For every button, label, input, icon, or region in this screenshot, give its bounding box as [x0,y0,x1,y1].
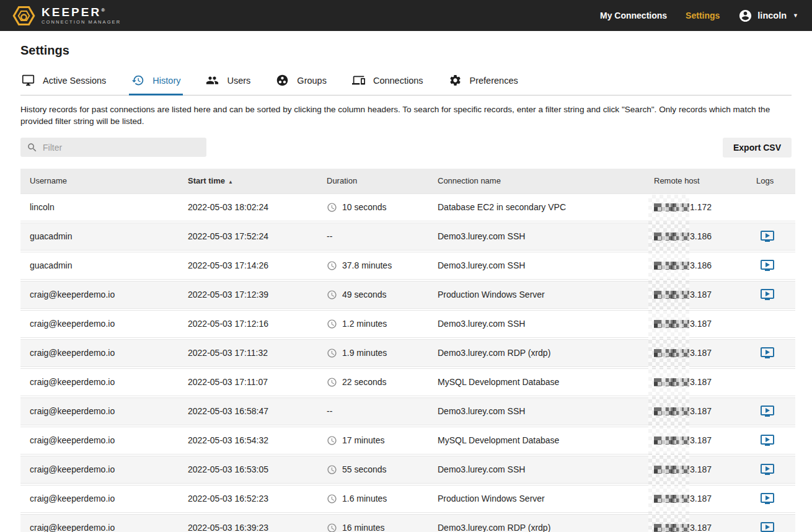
play-video-icon [760,404,775,419]
clock-icon [327,464,337,475]
play-video-icon [760,345,775,360]
cell-username: guacadmin [20,231,188,241]
nav-link-settings[interactable]: Settings [686,11,720,20]
cell-duration: 1.2 minutes [327,319,438,329]
clock-icon [327,260,337,271]
tab-connections[interactable]: Connections [351,70,425,95]
view-recording-button[interactable] [759,432,776,449]
cell-duration: -- [327,231,438,241]
clock-icon [327,348,337,358]
view-recording-button[interactable] [759,344,776,361]
cell-start-time: 2022-05-03 17:52:24 [188,231,327,241]
user-menu[interactable]: lincoln ▼ [738,9,798,23]
cell-logs [756,519,795,532]
view-recording-button[interactable] [759,286,776,303]
view-recording-button[interactable] [759,402,776,420]
table-body: lincoln 2022-05-03 18:02:24 10 seconds D… [20,193,795,532]
tab-label: Groups [297,76,327,86]
users-icon [206,74,219,87]
column-header-username[interactable]: Username [20,176,188,185]
view-recording-button[interactable] [759,228,776,245]
view-recording-button[interactable] [759,257,776,274]
cell-connection-name: Demo3.lurey.com SSH [438,260,654,270]
table-row: craig@keeperdemo.io 2022-05-03 17:12:16 … [20,310,795,338]
cell-connection-name: Demo3.lurey.com SSH [438,319,654,329]
cell-username: craig@keeperdemo.io [20,319,188,329]
cell-username: craig@keeperdemo.io [20,348,188,358]
column-header-start-time[interactable]: Start time▲ [188,176,327,185]
play-video-icon [760,287,775,302]
tab-label: Users [227,76,250,86]
cell-start-time: 2022-05-03 17:11:07 [188,377,327,387]
cell-remote-host: 3.186 [654,260,756,270]
nav-link-my-connections[interactable]: My Connections [600,11,667,20]
column-header-connection-name[interactable]: Connection name [438,176,654,185]
tab-history[interactable]: History [130,70,182,95]
cell-remote-host: 3.187 [654,319,756,329]
cell-logs [756,257,795,274]
cell-duration: 22 seconds [327,377,438,388]
view-recording-button[interactable] [759,490,776,507]
clock-icon [327,319,337,329]
cell-username: craig@keeperdemo.io [20,464,188,474]
redacted-host-mosaic [654,320,689,328]
cell-username: craig@keeperdemo.io [20,290,188,299]
cell-remote-host: 3.187 [654,290,756,299]
cell-logs [756,402,795,420]
redacted-host-mosaic [654,437,689,445]
cell-logs [756,432,795,449]
table-row: craig@keeperdemo.io 2022-05-03 17:11:07 … [20,368,795,396]
history-icon [131,74,144,87]
cell-start-time: 2022-05-03 16:39:23 [188,523,327,532]
redacted-host-mosaic [654,466,689,474]
cell-start-time: 2022-05-03 17:12:16 [188,319,327,329]
cell-connection-name: Demo3.lurey.com RDP (xrdp) [438,523,654,532]
settings-page: Settings Active Sessions History Users G… [0,31,812,532]
play-video-icon [760,491,775,506]
tab-users[interactable]: Users [205,70,252,95]
clock-icon [327,290,337,300]
table-row: craig@keeperdemo.io 2022-05-03 17:12:39 … [20,281,795,309]
table-row: craig@keeperdemo.io 2022-05-03 16:52:23 … [20,485,795,513]
cell-connection-name: Demo3.lurey.com SSH [438,406,654,416]
cell-connection-name: Database EC2 in secondary VPC [438,202,654,212]
table-row: guacadmin 2022-05-03 17:14:26 37.8 minut… [20,252,795,280]
column-header-logs[interactable]: Logs [756,176,795,185]
cell-remote-host: 3.187 [654,377,756,387]
view-recording-button[interactable] [759,519,776,532]
cell-duration: 10 seconds [327,202,438,213]
redacted-host-mosaic [654,262,689,270]
navbar-links: My Connections Settings lincoln ▼ [600,9,798,23]
keeper-logo[interactable]: KEEPER® CONNECTION MANAGER [12,4,121,27]
export-csv-button[interactable]: Export CSV [723,138,792,157]
clock-icon [327,435,337,446]
play-video-icon [760,229,775,244]
cell-connection-name: Demo3.lurey.com SSH [438,464,654,474]
clock-icon [327,377,337,388]
clock-icon [327,523,337,532]
cell-connection-name: MySQL Development Database [438,377,654,387]
avatar-icon [738,9,752,23]
redacted-host-mosaic [654,233,689,241]
cell-logs [756,228,795,245]
cell-remote-host: 3.187 [654,406,756,416]
tab-label: Active Sessions [43,76,106,86]
cell-remote-host: 3.187 [654,523,756,532]
cell-start-time: 2022-05-03 16:52:23 [188,494,327,503]
tab-preferences[interactable]: Preferences [448,70,519,95]
cell-start-time: 2022-05-03 16:58:47 [188,406,327,416]
cell-remote-host: 3.186 [654,231,756,241]
page-title: Settings [20,43,792,58]
clock-icon [327,202,337,213]
filter-input[interactable] [43,143,200,153]
tab-groups[interactable]: Groups [275,70,328,95]
column-header-duration[interactable]: Duration [327,176,438,185]
redacted-host-mosaic [654,524,689,532]
table-row: craig@keeperdemo.io 2022-05-03 16:39:23 … [20,514,795,532]
redacted-host-mosaic [654,203,689,211]
column-header-remote-host[interactable]: Remote host [654,176,756,185]
view-recording-button[interactable] [759,461,776,478]
chevron-down-icon: ▼ [793,12,798,19]
cell-remote-host: 3.187 [654,435,756,445]
tab-active-sessions[interactable]: Active Sessions [20,70,107,95]
